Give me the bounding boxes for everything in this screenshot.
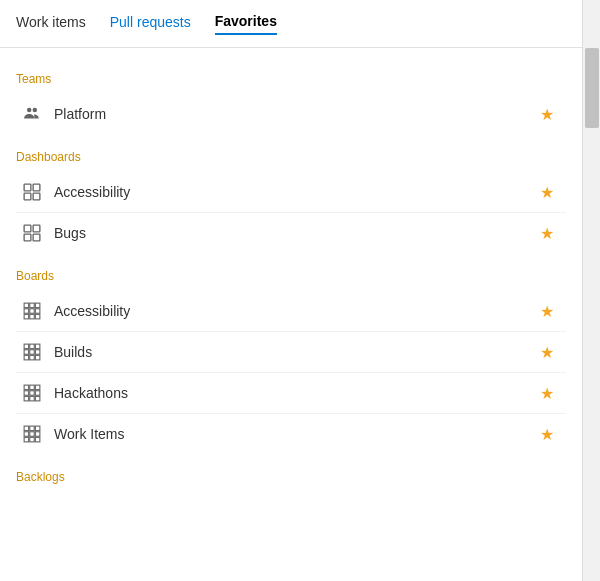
svg-rect-36: [35, 396, 40, 401]
svg-rect-16: [24, 314, 29, 319]
section-header-dashboards: Dashboards: [16, 150, 566, 164]
svg-rect-10: [24, 303, 29, 308]
list-item-accessibility-dash: Accessibility ★: [16, 172, 566, 213]
svg-point-1: [33, 108, 38, 113]
svg-rect-14: [30, 309, 35, 314]
svg-rect-12: [35, 303, 40, 308]
svg-rect-30: [35, 385, 40, 390]
board-icon-accessibility: [20, 299, 44, 323]
svg-rect-8: [24, 234, 31, 241]
workitems-board-label: Work Items: [54, 426, 540, 442]
svg-rect-2: [24, 184, 31, 191]
board-icon-hackathons: [20, 381, 44, 405]
svg-rect-25: [24, 355, 29, 360]
svg-rect-39: [35, 426, 40, 431]
list-item-hackathons-board: Hackathons ★: [16, 373, 566, 414]
svg-rect-37: [24, 426, 29, 431]
svg-rect-4: [24, 193, 31, 200]
svg-rect-28: [24, 385, 29, 390]
svg-rect-18: [35, 314, 40, 319]
section-header-teams: Teams: [16, 72, 566, 86]
team-icon: [20, 102, 44, 126]
svg-rect-24: [35, 350, 40, 355]
tab-pull-requests[interactable]: Pull requests: [110, 14, 191, 34]
svg-rect-17: [30, 314, 35, 319]
teams-list: Platform ★: [16, 94, 566, 134]
svg-rect-22: [24, 350, 29, 355]
accessibility-board-star[interactable]: ★: [540, 302, 554, 321]
section-header-backlogs: Backlogs: [16, 470, 566, 484]
svg-rect-45: [35, 437, 40, 442]
hackathons-board-label: Hackathons: [54, 385, 540, 401]
builds-board-label: Builds: [54, 344, 540, 360]
svg-rect-23: [30, 350, 35, 355]
accessibility-dash-star[interactable]: ★: [540, 183, 554, 202]
bugs-dash-star[interactable]: ★: [540, 224, 554, 243]
accessibility-board-label: Accessibility: [54, 303, 540, 319]
boards-list: Accessibility ★: [16, 291, 566, 454]
svg-rect-29: [30, 385, 35, 390]
svg-rect-13: [24, 309, 29, 314]
main-area: Work items Pull requests Favorites Teams: [0, 0, 582, 581]
favorites-content: Teams Platform ★ Dashboard: [0, 48, 582, 508]
svg-rect-43: [24, 437, 29, 442]
board-icon-workitems: [20, 422, 44, 446]
svg-rect-38: [30, 426, 35, 431]
accessibility-dash-label: Accessibility: [54, 184, 540, 200]
svg-rect-19: [24, 344, 29, 349]
workitems-board-star[interactable]: ★: [540, 425, 554, 444]
svg-rect-44: [30, 437, 35, 442]
scrollbar[interactable]: [582, 0, 600, 581]
svg-rect-5: [33, 193, 40, 200]
list-item-builds-board: Builds ★: [16, 332, 566, 373]
svg-rect-35: [30, 396, 35, 401]
list-item-accessibility-board: Accessibility ★: [16, 291, 566, 332]
dashboards-list: Accessibility ★ Bugs ★: [16, 172, 566, 253]
builds-board-star[interactable]: ★: [540, 343, 554, 362]
svg-rect-40: [24, 432, 29, 437]
svg-rect-6: [24, 225, 31, 232]
svg-rect-42: [35, 432, 40, 437]
svg-rect-31: [24, 391, 29, 396]
svg-rect-34: [24, 396, 29, 401]
list-item-workitems-board: Work Items ★: [16, 414, 566, 454]
bugs-dash-label: Bugs: [54, 225, 540, 241]
platform-label: Platform: [54, 106, 540, 122]
svg-rect-33: [35, 391, 40, 396]
svg-rect-26: [30, 355, 35, 360]
platform-star[interactable]: ★: [540, 105, 554, 124]
svg-rect-32: [30, 391, 35, 396]
list-item-bugs-dash: Bugs ★: [16, 213, 566, 253]
list-item-platform: Platform ★: [16, 94, 566, 134]
tab-favorites[interactable]: Favorites: [215, 13, 277, 35]
svg-rect-21: [35, 344, 40, 349]
svg-rect-41: [30, 432, 35, 437]
svg-point-0: [27, 108, 32, 113]
scrollbar-thumb[interactable]: [585, 48, 599, 128]
svg-rect-9: [33, 234, 40, 241]
svg-rect-15: [35, 309, 40, 314]
board-icon-builds: [20, 340, 44, 364]
hackathons-board-star[interactable]: ★: [540, 384, 554, 403]
section-header-boards: Boards: [16, 269, 566, 283]
svg-rect-27: [35, 355, 40, 360]
dashboard-icon-accessibility: [20, 180, 44, 204]
tab-bar: Work items Pull requests Favorites: [0, 0, 582, 48]
tab-work-items[interactable]: Work items: [16, 14, 86, 34]
svg-rect-7: [33, 225, 40, 232]
app-container: Work items Pull requests Favorites Teams: [0, 0, 600, 581]
dashboard-icon-bugs: [20, 221, 44, 245]
svg-rect-3: [33, 184, 40, 191]
svg-rect-11: [30, 303, 35, 308]
svg-rect-20: [30, 344, 35, 349]
